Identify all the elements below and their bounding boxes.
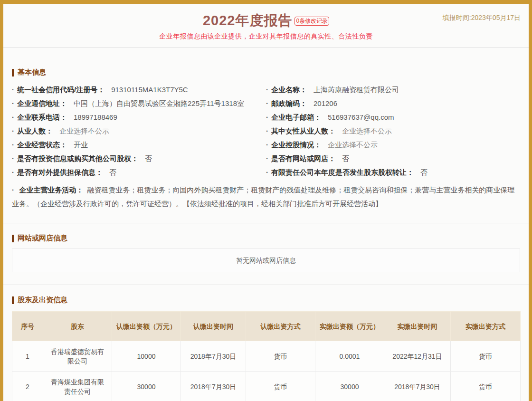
table-cell: 2018年7月30日 [384,372,451,401]
fill-time: 填报时间:2023年05月17日 [443,14,521,22]
field-address: 企业通信地址：中国（上海）自由贸易试验区金湘路225弄11号1318室 [12,96,266,110]
table-cell: 货币 [451,372,521,401]
field-credit-code: 统一社会信用代码/注册号：91310115MA1K3T7Y5C [12,83,266,96]
field-has-investment: 是否有投资信息或购买其他公司股权：否 [12,152,266,165]
field-has-guarantee: 是否有对外提供担保信息：否 [12,165,266,179]
shareholders-table: 序号 股东 认缴出资额（万元） 认缴出资时间 认缴出资方式 实缴出资额（万元） … [12,311,521,401]
field-equity-transfer: 有限责任公司本年度是否发生股东股权转让：否 [266,165,520,179]
table-cell: 1 [12,341,43,372]
header-cell-seq: 序号 [12,312,43,341]
table-row: 1 香港瑞盛德贸易有限公司 10000 2018年7月30日 货币 0.0001… [12,341,521,372]
table-cell: 货币 [246,372,315,401]
table-row: 2 青海煤业集团有限责任公司 30000 2018年7月30日 货币 30000… [12,372,521,401]
table-header-row: 序号 股东 认缴出资额（万元） 认缴出资时间 认缴出资方式 实缴出资额（万元） … [12,312,521,341]
website-empty-message: 暂无网站或网店信息 [12,248,520,272]
website-info-title: 网站或网店信息 [12,234,520,243]
field-company-name: 企业名称：上海芮康融资租赁有限公司 [266,83,520,96]
header-cell-subscribed-amount: 认缴出资额（万元） [112,312,181,341]
shareholders-title: 股东及出资信息 [12,296,520,305]
section-website-info: 网站或网店信息 暂无网站或网店信息 [3,234,529,272]
header-cell-paid-method: 实缴出资方式 [451,312,521,341]
section-basic-info: 基本信息 统一社会信用代码/注册号：91310115MA1K3T7Y5C 企业名… [3,68,529,210]
basic-info-fields: 统一社会信用代码/注册号：91310115MA1K3T7Y5C 企业名称：上海芮… [12,83,520,179]
header-cell-paid-amount: 实缴出资额（万元） [315,312,384,341]
field-female-employee-count: 其中女性从业人数：企业选择不公示 [266,124,520,138]
field-phone: 企业联系电话：18997188469 [12,110,266,124]
section-title-text: 网站或网店信息 [18,234,67,243]
header-cell-subscribed-date: 认缴出资时间 [181,312,246,341]
table-cell: 青海煤业集团有限责任公司 [43,372,112,401]
table-cell: 30000 [315,372,384,401]
table-cell: 30000 [112,372,181,401]
annual-report-page: 2022年度报告 0条修改记录 填报时间:2023年05月17日 企业年报信息由… [0,0,532,401]
section-marker-bar [12,296,14,304]
disclaimer-subtitle: 企业年报信息由该企业提供，企业对其年报信息的真实性、合法性负责 [3,32,529,41]
field-main-business: 企业主营业务活动：融资租赁业务；租赁业务；向国内外购买租赁财产；租赁财产的残值处… [12,183,520,210]
section-divider [3,285,529,285]
table-cell: 2018年7月30日 [181,372,246,401]
section-divider [3,223,529,223]
section-shareholders: 股东及出资信息 序号 股东 认缴出资额（万元） 认缴出资时间 认缴出资方式 实缴… [3,296,529,401]
table-cell: 2018年7月30日 [181,341,246,372]
header-cell-shareholder: 股东 [43,312,112,341]
header-divider [3,48,529,48]
table-cell: 0.0001 [315,341,384,372]
field-holding-status: 企业控股情况：企业选择不公示 [266,138,520,152]
basic-info-title: 基本信息 [12,68,520,77]
table-cell: 货币 [451,341,521,372]
field-operating-status: 企业经营状态：开业 [12,138,266,152]
modification-records-badge[interactable]: 0条修改记录 [294,17,329,26]
field-email: 企业电子邮箱：516937637@qq.com [266,110,520,124]
section-title-text: 基本信息 [18,68,46,77]
table-cell: 货币 [246,341,315,372]
field-has-website: 是否有网站或网店：否 [266,152,520,165]
header-cell-subscribed-method: 认缴出资方式 [246,312,315,341]
header-cell-paid-date: 实缴出资时间 [384,312,451,341]
field-employee-count: 从业人数：企业选择不公示 [12,124,266,138]
report-header: 2022年度报告 0条修改记录 填报时间:2023年05月17日 企业年报信息由… [3,4,529,41]
section-marker-bar [12,69,14,76]
table-cell: 2022年12月31日 [384,341,451,372]
table-cell: 2 [12,372,43,401]
field-postal-code: 邮政编码：201206 [266,96,520,110]
table-cell: 香港瑞盛德贸易有限公司 [43,341,112,372]
table-cell: 10000 [112,341,181,372]
section-marker-bar [12,235,14,242]
section-title-text: 股东及出资信息 [18,296,67,305]
page-title: 2022年度报告 [203,12,293,29]
